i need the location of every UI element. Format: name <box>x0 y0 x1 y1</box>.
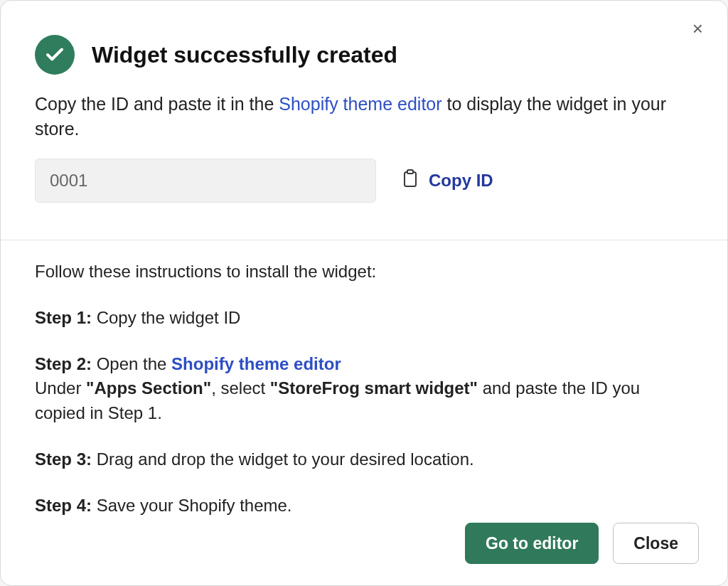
section-divider <box>1 240 727 240</box>
step-4-label: Step 4: <box>35 496 92 515</box>
step-2-pre: Open the <box>92 354 171 373</box>
step-3: Step 3: Drag and drop the widget to your… <box>35 447 693 472</box>
copy-id-label: Copy ID <box>429 171 493 191</box>
step-4: Step 4: Save your Shopify theme. <box>35 494 693 518</box>
widget-id-value: 0001 <box>50 171 87 191</box>
dialog-footer: Go to editor Close <box>465 523 699 564</box>
success-check-icon <box>35 35 75 75</box>
step-2: Step 2: Open the Shopify theme editor Un… <box>35 352 693 426</box>
step-2-widget-name: "StoreFrog smart widget" <box>270 378 478 398</box>
dialog-title: Widget successfully created <box>92 42 397 68</box>
dialog-subtitle: Copy the ID and paste it in the Shopify … <box>35 92 693 142</box>
clipboard-icon <box>402 169 419 193</box>
svg-rect-1 <box>407 170 413 174</box>
step-2-label: Step 2: <box>35 354 92 373</box>
subtitle-text-pre: Copy the ID and paste it in the <box>35 94 279 114</box>
theme-editor-link[interactable]: Shopify theme editor <box>279 94 441 114</box>
widget-created-dialog: × Widget successfully created Copy the I… <box>0 0 728 586</box>
close-icon[interactable]: × <box>692 19 703 38</box>
instructions-intro: Follow these instructions to install the… <box>35 260 693 284</box>
step-1: Step 1: Copy the widget ID <box>35 306 693 331</box>
step-3-text: Drag and drop the widget to your desired… <box>92 449 474 469</box>
step-2-theme-editor-link[interactable]: Shopify theme editor <box>171 354 341 373</box>
widget-id-row: 0001 Copy ID <box>35 159 693 203</box>
install-instructions: Follow these instructions to install the… <box>35 260 693 518</box>
close-button[interactable]: Close <box>613 523 699 564</box>
go-to-editor-button[interactable]: Go to editor <box>465 523 599 564</box>
step-4-text: Save your Shopify theme. <box>92 496 291 515</box>
step-3-label: Step 3: <box>35 449 92 469</box>
dialog-header: Widget successfully created <box>35 35 693 75</box>
step-2-apps-section: "Apps Section" <box>86 378 211 398</box>
copy-id-button[interactable]: Copy ID <box>402 169 493 193</box>
step-2-line2-pre: Under <box>35 378 86 398</box>
step-2-mid: , select <box>211 378 270 398</box>
step-1-text: Copy the widget ID <box>92 308 240 327</box>
widget-id-field[interactable]: 0001 <box>35 159 376 203</box>
step-1-label: Step 1: <box>35 308 92 327</box>
